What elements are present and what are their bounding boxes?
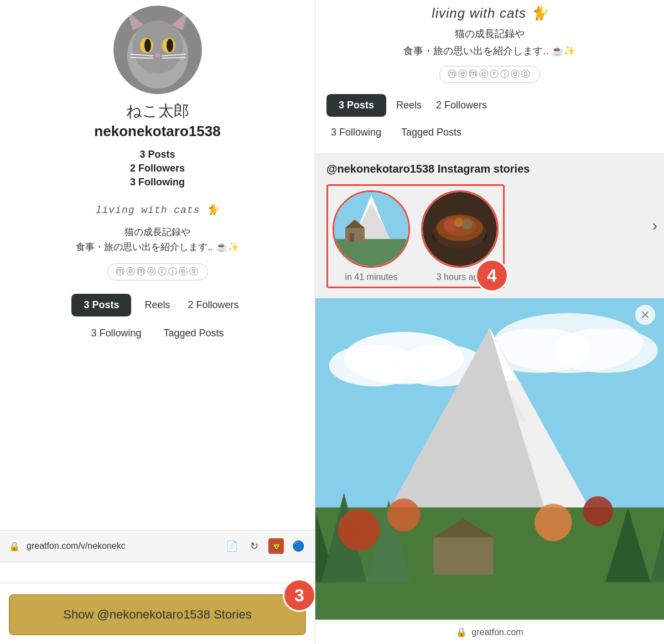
- brave-icon: 🦁: [268, 538, 284, 554]
- right-panel: living with cats 🐈 猫の成長記録や食事・旅の思い出を紹介します…: [315, 0, 664, 644]
- svg-point-51: [338, 509, 380, 551]
- badge-3: 3: [283, 579, 315, 612]
- photo-close-button[interactable]: ×: [635, 305, 655, 325]
- ext-icon: 🔵: [290, 538, 306, 554]
- svg-point-38: [553, 328, 658, 373]
- photo-section: ×: [315, 298, 664, 620]
- tab-tagged[interactable]: Tagged Posts: [159, 322, 228, 345]
- memories-tag: ⓜⓔⓜⓞⓡⓘⓔⓢ: [107, 263, 208, 281]
- right-tab-followers[interactable]: 2 Followers: [432, 94, 491, 117]
- svg-line-15: [162, 58, 185, 58]
- right-bio-section: living with cats 🐈 猫の成長記録や食事・旅の思い出を紹介します…: [315, 0, 664, 83]
- following-count: 3 Following: [130, 176, 185, 188]
- story-circle-1: [333, 190, 410, 268]
- main-container: ねこ太郎 nekonekotaro1538 3 Posts 2 Follower…: [0, 0, 664, 644]
- svg-rect-21: [345, 228, 365, 242]
- tabs-row-1: 3 Posts Reels 2 Followers: [71, 294, 243, 316]
- story-time-1: in 41 minutes: [345, 272, 397, 282]
- stories-chevron[interactable]: ›: [652, 217, 657, 235]
- bio-hashtag: living with cats 🐈: [96, 204, 220, 216]
- right-domain: greatfon.com: [471, 627, 523, 637]
- tab-posts[interactable]: 3 Posts: [71, 294, 131, 316]
- tab-followers[interactable]: 2 Followers: [184, 294, 243, 316]
- followers-count: 2 Followers: [130, 163, 185, 174]
- svg-rect-55: [434, 537, 494, 575]
- svg-point-52: [387, 498, 420, 531]
- right-title: living with cats 🐈: [326, 6, 653, 21]
- right-tabs-row2: 3 Following Tagged Posts: [315, 121, 664, 144]
- right-lock-icon: 🔒: [456, 627, 467, 637]
- stories-title: @nekonekotaro1538 Instagram stories: [326, 163, 653, 175]
- avatar: [113, 6, 202, 94]
- svg-point-31: [443, 216, 476, 236]
- right-tabs-row1: 3 Posts Reels 2 Followers: [315, 94, 664, 117]
- svg-rect-20: [334, 239, 408, 266]
- show-stories-button[interactable]: Show @nekonekotaro1538 Stories 3: [9, 594, 306, 635]
- right-tab-posts[interactable]: 3 Posts: [326, 94, 386, 117]
- tab-reels[interactable]: Reels: [140, 294, 174, 316]
- address-bar: 🔒 greatfon.com/v/nekonekc 📄 ↻ 🦁 🔵: [0, 530, 315, 562]
- document-icon[interactable]: 📄: [224, 538, 240, 554]
- svg-point-10: [167, 39, 173, 52]
- tab-following[interactable]: 3 Following: [86, 322, 146, 345]
- story-circle-2: [421, 190, 499, 268]
- svg-point-11: [155, 53, 160, 58]
- right-tab-tagged[interactable]: Tagged Posts: [397, 121, 466, 144]
- story-item-1[interactable]: in 41 minutes: [333, 190, 410, 282]
- svg-point-9: [144, 39, 151, 52]
- lock-icon: 🔒: [9, 541, 20, 552]
- right-bottom-bar: 🔒 greatfon.com: [315, 620, 664, 644]
- posts-count: 3 Posts: [139, 149, 175, 160]
- stories-grid: in 41 minutes: [333, 190, 499, 282]
- stories-section: @nekonekotaro1538 Instagram stories: [315, 153, 664, 298]
- tabs-row-2: 3 Following Tagged Posts: [86, 322, 228, 345]
- left-panel: ねこ太郎 nekonekotaro1538 3 Posts 2 Follower…: [0, 0, 315, 644]
- badge-4: 4: [475, 259, 509, 292]
- username: nekonekotaro1538: [94, 123, 220, 140]
- refresh-icon[interactable]: ↻: [246, 538, 262, 554]
- right-bio-text: 猫の成長記録や食事・旅の思い出を紹介します.. ☕✨: [326, 25, 653, 59]
- right-tab-following[interactable]: 3 Following: [326, 121, 386, 144]
- svg-point-53: [535, 504, 572, 542]
- stats-list: 3 Posts 2 Followers 3 Following: [130, 149, 185, 188]
- svg-point-54: [583, 496, 613, 526]
- svg-line-13: [130, 58, 153, 58]
- address-text: greatfon.com/v/nekonekc: [27, 541, 217, 551]
- svg-rect-23: [350, 233, 354, 242]
- right-tab-reels[interactable]: Reels: [392, 94, 426, 117]
- bio-text: 猫の成長記録や食事・旅の思い出を紹介します.. ☕✨: [65, 225, 250, 255]
- popup-overlay: × Show @nekonekotaro1538 Stories 3: [0, 583, 315, 644]
- display-name: ねこ太郎: [126, 101, 189, 122]
- right-memories: ⓜⓔⓜⓞⓡⓘⓔⓢ: [439, 66, 540, 83]
